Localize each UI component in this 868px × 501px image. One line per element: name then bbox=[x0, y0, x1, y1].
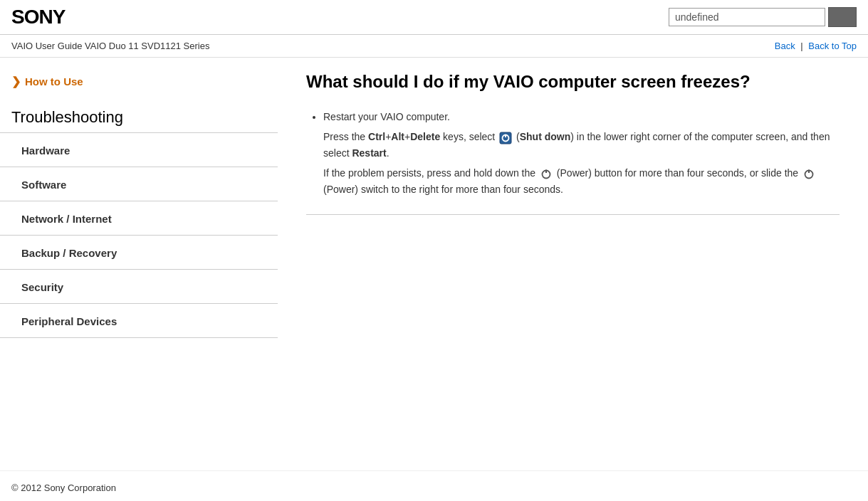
shut-down-label: Shut down bbox=[520, 131, 571, 142]
sony-logo: SONY bbox=[11, 6, 65, 28]
content-body: Restart your VAIO computer. Press the Ct… bbox=[306, 109, 840, 215]
power-icon-2 bbox=[802, 167, 815, 180]
content-area: What should I do if my VAIO computer scr… bbox=[278, 58, 868, 470]
sidebar-item-network-internet[interactable]: Network / Internet bbox=[0, 201, 278, 236]
sidebar-item-hardware[interactable]: Hardware bbox=[0, 133, 278, 167]
back-link[interactable]: Back bbox=[775, 41, 795, 51]
footer: © 2012 Sony Corporation bbox=[0, 470, 868, 501]
copyright-text: © 2012 Sony Corporation bbox=[11, 482, 116, 493]
page-title: What should I do if my VAIO computer scr… bbox=[306, 72, 840, 92]
back-to-top-link[interactable]: Back to Top bbox=[808, 41, 857, 51]
main-layout: ❯ How to Use Troubleshooting Hardware So… bbox=[0, 58, 868, 470]
sidebar-item-peripheral-devices[interactable]: Peripheral Devices bbox=[0, 304, 278, 338]
alt-key: Alt bbox=[391, 131, 404, 142]
how-to-use-label: How to Use bbox=[25, 75, 83, 88]
ctrl-key: Ctrl bbox=[368, 131, 385, 142]
svg-rect-0 bbox=[500, 132, 511, 144]
chevron-right-icon: ❯ bbox=[11, 75, 21, 88]
restart-label: Restart bbox=[352, 147, 386, 159]
search-area bbox=[669, 7, 857, 27]
breadcrumb: VAIO User Guide VAIO Duo 11 SVD1121 Seri… bbox=[11, 41, 209, 51]
nav-links: Back | Back to Top bbox=[775, 41, 857, 51]
nav-bar: VAIO User Guide VAIO Duo 11 SVD1121 Seri… bbox=[0, 35, 868, 58]
power-icon-1 bbox=[540, 167, 553, 180]
how-to-use-link[interactable]: ❯ How to Use bbox=[0, 69, 278, 94]
sidebar-item-security[interactable]: Security bbox=[0, 270, 278, 304]
header: SONY bbox=[0, 0, 868, 35]
sidebar-item-backup-recovery[interactable]: Backup / Recovery bbox=[0, 236, 278, 270]
search-input[interactable] bbox=[669, 8, 825, 26]
search-button[interactable] bbox=[828, 7, 857, 27]
nav-separator: | bbox=[800, 41, 802, 51]
bullet1-line2: Press the Ctrl+Alt+Delete keys, select (… bbox=[323, 129, 840, 161]
delete-key: Delete bbox=[410, 131, 440, 142]
troubleshooting-heading: Troubleshooting bbox=[0, 94, 278, 133]
sidebar: ❯ How to Use Troubleshooting Hardware So… bbox=[0, 58, 278, 470]
content-divider bbox=[306, 214, 840, 215]
bullet1-line3: If the problem persists, press and hold … bbox=[323, 165, 840, 197]
shutdown-power-icon bbox=[499, 132, 512, 144]
sidebar-item-software[interactable]: Software bbox=[0, 167, 278, 201]
bullet1-line1: Restart your VAIO computer. bbox=[323, 109, 840, 125]
